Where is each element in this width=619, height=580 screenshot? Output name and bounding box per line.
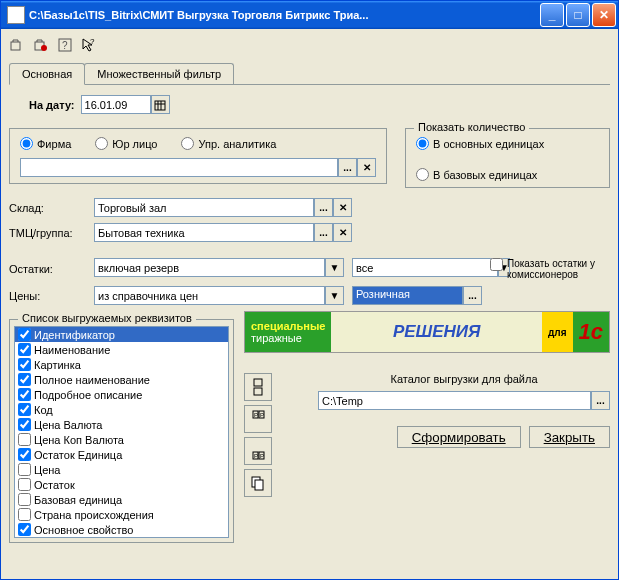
filter-select-button[interactable]: ...: [338, 158, 357, 177]
svg-rect-11: [254, 388, 262, 395]
toolbar-icon-1[interactable]: [9, 37, 25, 53]
goods-input[interactable]: [94, 223, 314, 242]
copy-icon-button[interactable]: [244, 469, 272, 497]
requisite-checkbox[interactable]: [18, 328, 31, 341]
requisite-item[interactable]: Цена: [15, 462, 228, 477]
tab-multi-filter[interactable]: Множественный фильтр: [84, 63, 234, 84]
calendar-button[interactable]: [151, 95, 170, 114]
prices-source-dropdown[interactable]: ▼: [325, 286, 344, 305]
balance-reserve-input[interactable]: [94, 258, 325, 277]
svg-text:P: P: [254, 412, 258, 418]
requisite-item[interactable]: Цена Коп Валюта: [15, 432, 228, 447]
date-input[interactable]: [81, 95, 151, 114]
help-icon[interactable]: ?: [57, 37, 73, 53]
requisite-label: Цена: [34, 464, 60, 476]
requisite-item[interactable]: Полное наименование: [15, 372, 228, 387]
svg-text:P: P: [254, 453, 258, 459]
prices-type-input[interactable]: Розничная: [352, 286, 463, 305]
requisite-label: Наименование: [34, 344, 110, 356]
warehouse-clear-button[interactable]: ✕: [333, 198, 352, 217]
cursor-help-icon[interactable]: ?: [81, 37, 97, 53]
quantity-legend: Показать количество: [414, 121, 529, 133]
generate-button[interactable]: Сформировать: [397, 426, 521, 448]
requisite-item[interactable]: Остаток: [15, 477, 228, 492]
side-button-2[interactable]: PP: [244, 405, 272, 433]
toolbar-icon-2[interactable]: [33, 37, 49, 53]
radio-firm[interactable]: Фирма: [20, 137, 71, 150]
requisite-checkbox[interactable]: [18, 508, 31, 521]
prices-type-button[interactable]: ...: [463, 286, 482, 305]
requisite-item[interactable]: Базовая единица: [15, 492, 228, 507]
requisite-checkbox[interactable]: [18, 403, 31, 416]
catalog-browse-button[interactable]: ...: [591, 391, 610, 410]
window-title: C:\Базы1с\TIS_Bitrix\СМИТ Выгрузка Торго…: [29, 9, 540, 21]
svg-text:P: P: [260, 412, 264, 418]
svg-rect-10: [254, 379, 262, 386]
requisite-label: Основное свойство: [34, 524, 133, 536]
requisite-checkbox[interactable]: [18, 463, 31, 476]
requisite-checkbox[interactable]: [18, 373, 31, 386]
tab-main[interactable]: Основная: [9, 63, 85, 85]
radio-qty-base[interactable]: В базовых единицах: [416, 168, 575, 181]
requisite-item[interactable]: Подробное описание: [15, 387, 228, 402]
balance-reserve-dropdown[interactable]: ▼: [325, 258, 344, 277]
requisite-label: Остаток: [34, 479, 75, 491]
requisite-label: Подробное описание: [34, 389, 142, 401]
requisite-label: Полное наименование: [34, 374, 150, 386]
radio-legal[interactable]: Юр лицо: [95, 137, 157, 150]
filter-clear-button[interactable]: ✕: [357, 158, 376, 177]
radio-analytics[interactable]: Упр. аналитика: [181, 137, 276, 150]
balance-all-input[interactable]: [352, 258, 498, 277]
side-button-3[interactable]: PP: [244, 437, 272, 465]
close-button[interactable]: ✕: [592, 3, 616, 27]
radio-qty-main[interactable]: В основных единицах: [416, 137, 575, 150]
requisite-checkbox[interactable]: [18, 343, 31, 356]
svg-text:?: ?: [62, 40, 68, 51]
warehouse-input[interactable]: [94, 198, 314, 217]
commission-checkbox[interactable]: Показать остатки у комиссионеров: [490, 258, 610, 280]
requisite-item[interactable]: Остаток Единица: [15, 447, 228, 462]
requisite-item[interactable]: Группа 1 Наименование: [15, 537, 228, 538]
requisite-label: Картинка: [34, 359, 81, 371]
warehouse-label: Склад:: [9, 202, 94, 214]
svg-text:?: ?: [90, 37, 95, 46]
catalog-label: Каталог выгрузки для файла: [318, 373, 610, 385]
requisite-checkbox[interactable]: [18, 418, 31, 431]
goods-label: ТМЦ/группа:: [9, 227, 94, 239]
goods-clear-button[interactable]: ✕: [333, 223, 352, 242]
svg-rect-21: [255, 480, 263, 490]
date-label: На дату:: [29, 99, 75, 111]
svg-point-2: [41, 45, 47, 51]
requisite-checkbox[interactable]: [18, 523, 31, 536]
prices-source-input[interactable]: [94, 286, 325, 305]
side-button-1[interactable]: [244, 373, 272, 401]
requisite-checkbox[interactable]: [18, 358, 31, 371]
requisite-item[interactable]: Цена Валюта: [15, 417, 228, 432]
goods-select-button[interactable]: ...: [314, 223, 333, 242]
app-icon: [7, 6, 25, 24]
requisite-item[interactable]: Страна происхождения: [15, 507, 228, 522]
requisite-label: Страна происхождения: [34, 509, 154, 521]
catalog-path-input[interactable]: [318, 391, 591, 410]
requisite-checkbox[interactable]: [18, 388, 31, 401]
quantity-fieldset: Показать количество В основных единицах …: [405, 128, 610, 188]
requisite-checkbox[interactable]: [18, 433, 31, 446]
filter-input[interactable]: [20, 158, 338, 177]
requisite-item[interactable]: Идентификатор: [15, 327, 228, 342]
warehouse-select-button[interactable]: ...: [314, 198, 333, 217]
minimize-button[interactable]: _: [540, 3, 564, 27]
requisite-checkbox[interactable]: [18, 493, 31, 506]
requisite-label: Цена Валюта: [34, 419, 102, 431]
requisites-list[interactable]: ИдентификаторНаименованиеКартинкаПолное …: [14, 326, 229, 538]
requisites-fieldset: Список выгружаемых реквизитов Идентифика…: [9, 319, 234, 543]
svg-rect-0: [11, 42, 20, 50]
close-dialog-button[interactable]: Закрыть: [529, 426, 610, 448]
banner: специальныетиражные РЕШЕНИЯ для 1с: [244, 311, 610, 353]
requisite-item[interactable]: Картинка: [15, 357, 228, 372]
requisite-item[interactable]: Наименование: [15, 342, 228, 357]
requisite-checkbox[interactable]: [18, 448, 31, 461]
requisite-item[interactable]: Основное свойство: [15, 522, 228, 537]
requisite-checkbox[interactable]: [18, 478, 31, 491]
maximize-button[interactable]: □: [566, 3, 590, 27]
requisite-item[interactable]: Код: [15, 402, 228, 417]
